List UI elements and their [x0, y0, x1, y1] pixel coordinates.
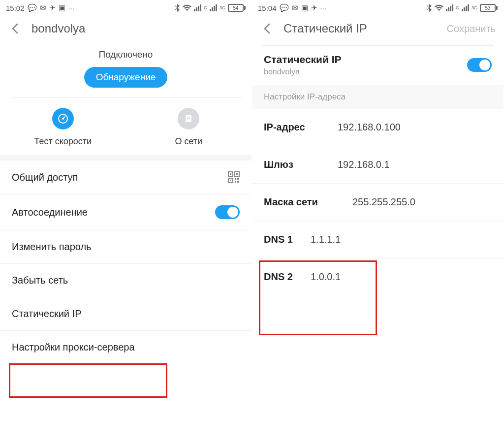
ip-address-row[interactable]: IP-адрес 192.168.0.100: [252, 109, 504, 146]
sharing-row[interactable]: Общий доступ: [0, 160, 252, 194]
qr-icon: [228, 171, 240, 183]
static-ip-toggle[interactable]: [467, 58, 492, 72]
settings-list: Общий доступ Автосоединение Изменить пар…: [0, 160, 252, 364]
static-ip-row[interactable]: Статический IP: [0, 297, 252, 330]
network-3g: 3G: [220, 5, 225, 10]
svg-rect-13: [235, 181, 236, 183]
static-ip-toggle-row: Статический IP bondvolya: [252, 46, 504, 85]
proxy-settings-row[interactable]: Настройки прокси-сервера: [0, 330, 252, 364]
telegram-icon: ✈: [311, 3, 317, 12]
connected-label: Подключено: [0, 49, 252, 60]
ip-address-label: IP-адрес: [264, 122, 328, 133]
autoconnect-toggle[interactable]: [215, 205, 240, 219]
wifi-icon: [183, 4, 191, 11]
save-button[interactable]: Сохранить: [447, 23, 496, 34]
svg-rect-14: [237, 181, 239, 183]
dns1-value: 1.1.1.1: [311, 234, 341, 245]
forget-network-label: Забыть сеть: [12, 275, 68, 286]
status-time: 15:02: [6, 4, 25, 12]
telegram-icon: ✈: [49, 3, 56, 12]
signal-icon-1: [446, 4, 453, 11]
svg-rect-10: [230, 180, 231, 181]
page-title: Статический IP: [284, 22, 447, 35]
dns1-row[interactable]: DNS 1 1.1.1.1: [252, 221, 504, 258]
signal-icon-2: [210, 4, 217, 11]
status-bar: 15:04 💬 ✉ ▣ ✈ ··· G 3G 53: [252, 0, 504, 16]
network-g-1: G: [456, 5, 459, 10]
sim-icon: ▣: [301, 3, 308, 12]
netmask-row[interactable]: Маска сети 255.255.255.0: [252, 183, 504, 221]
netmask-value: 255.255.255.0: [352, 196, 415, 208]
bluetooth-icon: [175, 4, 180, 12]
document-icon: [178, 108, 199, 129]
gateway-value: 192.168.0.1: [338, 159, 390, 170]
about-network-button[interactable]: О сети: [126, 108, 252, 147]
status-time: 15:04: [258, 4, 277, 12]
dns1-label: DNS 1: [264, 234, 311, 245]
wifi-icon: [435, 4, 443, 11]
svg-rect-4: [187, 118, 190, 119]
static-ip-label: Статический IP: [12, 308, 81, 320]
messenger-icon: ✉: [292, 3, 298, 12]
speed-test-button[interactable]: Тест скорости: [0, 108, 126, 147]
network-g-1: G: [204, 5, 207, 10]
autoconnect-label: Автосоединение: [12, 207, 88, 218]
svg-point-1: [62, 118, 64, 120]
network-3g: 3G: [472, 5, 477, 10]
change-password-row[interactable]: Изменить пароль: [0, 230, 252, 263]
netmask-label: Маска сети: [264, 196, 343, 208]
battery-icon: 53: [480, 4, 498, 12]
gateway-row[interactable]: Шлюз 192.168.0.1: [252, 146, 504, 183]
more-icon: ···: [68, 4, 75, 12]
svg-rect-11: [235, 178, 236, 180]
status-bar: 15:02 💬 ✉ ✈ ▣ ··· G 3G 54: [0, 0, 252, 16]
gateway-label: Шлюз: [264, 159, 328, 170]
svg-rect-8: [236, 173, 238, 175]
gauge-icon: [52, 108, 74, 129]
static-ip-subtitle: bondvolya: [264, 67, 342, 76]
proxy-label: Настройки прокси-сервера: [12, 342, 135, 353]
autoconnect-row[interactable]: Автосоединение: [0, 194, 252, 230]
highlight-dns: [259, 260, 377, 335]
bluetooth-icon: [427, 4, 432, 12]
sharing-label: Общий доступ: [12, 172, 78, 183]
section-gap: [0, 155, 252, 160]
highlight-static-ip: [9, 363, 167, 398]
svg-rect-6: [230, 173, 231, 175]
action-icons: Тест скорости О сети: [0, 98, 252, 155]
signal-icon-2: [462, 4, 469, 11]
page-title: bondvolya: [32, 22, 244, 35]
section-header: Настройки IP-адреса: [252, 85, 504, 109]
svg-rect-12: [237, 178, 239, 180]
right-screen: 15:04 💬 ✉ ▣ ✈ ··· G 3G 53 Статич: [252, 0, 504, 448]
static-ip-title: Статический IP: [264, 54, 342, 65]
more-icon: ···: [320, 4, 327, 12]
speed-test-label: Тест скорости: [0, 136, 126, 147]
back-icon[interactable]: [8, 22, 22, 35]
about-network-label: О сети: [126, 136, 252, 147]
svg-rect-3: [187, 117, 190, 118]
sim-icon: ▣: [59, 3, 65, 12]
chat-icon: 💬: [280, 3, 289, 12]
discover-button[interactable]: Обнаружение: [84, 67, 168, 88]
chat-icon: 💬: [28, 3, 37, 12]
header: bondvolya: [0, 16, 252, 45]
messenger-icon: ✉: [40, 3, 46, 12]
header: Статический IP Сохранить: [252, 16, 504, 45]
change-password-label: Изменить пароль: [12, 241, 92, 253]
signal-icon-1: [194, 4, 201, 11]
connection-status-section: Подключено Обнаружение: [0, 45, 252, 97]
battery-icon: 54: [228, 4, 246, 12]
left-screen: 15:02 💬 ✉ ✈ ▣ ··· G 3G 54 bondvo: [0, 0, 252, 448]
back-icon[interactable]: [260, 22, 274, 35]
ip-address-value: 192.168.0.100: [338, 122, 401, 133]
forget-network-row[interactable]: Забыть сеть: [0, 263, 252, 297]
